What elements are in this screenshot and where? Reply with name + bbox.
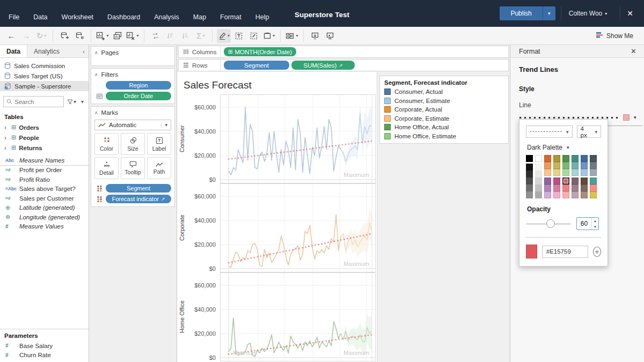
size-button[interactable]: Size	[121, 133, 145, 155]
palette-swatch[interactable]	[526, 171, 533, 178]
show-hide-cards-icon[interactable]: ▾	[285, 29, 299, 43]
table-item-orders[interactable]: › ⊞ Orders	[0, 122, 89, 132]
datasource-item[interactable]: Sales Commission	[0, 61, 89, 71]
chevron-down-icon[interactable]: ▾	[566, 129, 569, 135]
plot-area[interactable]: MinimumMaximum	[220, 272, 376, 361]
menu-map[interactable]: Map	[193, 13, 206, 21]
color-legend-card[interactable]: Segment, Forecast indicator Consumer, Ac…	[379, 76, 509, 144]
presentation-mode-icon[interactable]	[323, 29, 337, 43]
expand-icon[interactable]: ›	[4, 124, 9, 131]
view-options-button[interactable]: ▾	[79, 99, 85, 105]
field-measure-values[interactable]: # Measure Values	[0, 222, 89, 232]
palette-swatch[interactable]	[544, 169, 551, 176]
palette-swatch-selected[interactable]	[562, 178, 569, 184]
field-latitude[interactable]: ⊕ Latitude (generated)	[0, 203, 89, 213]
chevron-down-icon[interactable]: ▾	[567, 145, 569, 150]
clear-sheet-icon[interactable]: ▾	[126, 29, 140, 43]
marks-pill-segment[interactable]: Segment	[106, 184, 171, 193]
swap-axes-icon[interactable]	[149, 29, 163, 43]
columns-shelf[interactable]: Columns ⊞ MONTH(Order Date)	[178, 46, 509, 58]
palette-swatch[interactable]	[581, 162, 588, 169]
palette-swatch[interactable]	[572, 155, 579, 162]
field-profit-ratio[interactable]: =# Profit Ratio	[0, 175, 89, 184]
menu-format[interactable]: Format	[220, 13, 241, 21]
field-sales-above-target[interactable]: =Abc Sales above Target?	[0, 184, 89, 194]
search-input[interactable]	[3, 96, 64, 107]
totals-icon[interactable]: Σ▾	[194, 29, 208, 43]
user-menu[interactable]: Colten Woo ▾	[561, 6, 615, 20]
expand-icon[interactable]: ›	[4, 134, 9, 142]
parameter-base-salary[interactable]: # Base Salary	[0, 341, 89, 351]
spinner-up-icon[interactable]: ▲	[592, 218, 598, 224]
palette-swatch[interactable]	[535, 178, 542, 184]
replay-button[interactable]: ↻▾	[34, 29, 48, 43]
tab-data[interactable]: Data	[0, 45, 27, 57]
publish-label[interactable]: Publish	[500, 6, 542, 20]
fit-view-icon[interactable]: ▾	[262, 29, 276, 43]
label-button[interactable]: Label	[147, 133, 171, 155]
palette-swatch[interactable]	[535, 191, 542, 198]
publish-button[interactable]: Publish ▾	[500, 6, 555, 20]
chevron-down-icon[interactable]: ▾	[634, 115, 636, 120]
palette-swatch[interactable]	[590, 162, 597, 169]
menu-data[interactable]: Data	[33, 13, 47, 21]
opacity-spinner[interactable]: 60 ▲ ▼	[576, 217, 599, 230]
sort-descending-icon[interactable]	[179, 29, 193, 43]
menu-help[interactable]: Help	[255, 13, 269, 21]
legend-item[interactable]: Corporate, Actual	[384, 105, 504, 114]
palette-swatch[interactable]	[526, 155, 533, 162]
expand-icon[interactable]: ›	[4, 144, 9, 152]
legend-item[interactable]: Consumer, Estimate	[384, 97, 504, 106]
path-button[interactable]: Path	[147, 157, 171, 179]
palette-swatch[interactable]	[572, 178, 579, 184]
menu-dashboard[interactable]: Dashboard	[107, 13, 140, 21]
plot-area[interactable]: Maximum	[220, 183, 376, 272]
palette-swatch[interactable]	[535, 155, 542, 162]
opacity-value[interactable]: 60	[577, 218, 591, 230]
redo-button[interactable]: →	[19, 29, 33, 43]
legend-item[interactable]: Home Office, Estimate	[384, 132, 504, 141]
palette-swatch[interactable]	[572, 184, 579, 191]
palette-swatch[interactable]	[562, 191, 569, 198]
hex-color-input[interactable]	[542, 246, 588, 258]
field-measure-names[interactable]: Abc Measure Names	[0, 156, 89, 166]
marks-card[interactable]: ∧Marks Automatic ▾ Color Size Label Deta…	[91, 106, 175, 207]
palette-swatch[interactable]	[544, 178, 551, 184]
palette-swatch[interactable]	[562, 162, 569, 169]
collapse-pane-button[interactable]: ‹	[79, 45, 89, 57]
datasource-item[interactable]: Sales Target (US)	[0, 71, 89, 81]
palette-swatch[interactable]	[590, 184, 597, 191]
menu-analysis[interactable]: Analysis	[154, 13, 179, 21]
palette-swatch[interactable]	[581, 191, 588, 198]
palette-swatch[interactable]	[544, 155, 551, 162]
palette-swatch[interactable]	[553, 162, 560, 169]
show-mark-labels-icon[interactable]	[232, 29, 246, 43]
tooltip-button[interactable]: Tooltip	[121, 157, 145, 179]
palette-swatch[interactable]	[590, 178, 597, 184]
palette-swatch[interactable]	[590, 155, 597, 162]
palette-swatch[interactable]	[553, 178, 560, 184]
undo-button[interactable]: ←	[4, 29, 18, 43]
collapse-card-icon[interactable]: ∧	[94, 72, 98, 77]
add-custom-color-button[interactable]: +	[593, 247, 601, 257]
color-button[interactable]: Color	[94, 133, 119, 155]
format-workbook-icon[interactable]	[247, 29, 261, 43]
show-me-button[interactable]: Show Me	[596, 32, 640, 40]
palette-swatch[interactable]	[572, 191, 579, 198]
collapse-card-icon[interactable]: ∧	[94, 50, 98, 55]
field-profit-per-order[interactable]: =# Profit per Order	[0, 166, 89, 175]
line-pattern-select[interactable]: ▾	[526, 125, 573, 138]
palette-swatch[interactable]	[581, 184, 588, 191]
download-icon[interactable]	[308, 29, 322, 43]
search-field[interactable]	[14, 99, 52, 105]
detail-button[interactable]: Detail	[94, 157, 119, 179]
palette-swatch[interactable]	[553, 184, 560, 191]
legend-item[interactable]: Home Office, Actual	[384, 123, 504, 132]
datasource-item-selected[interactable]: Sample - Superstore	[0, 81, 89, 91]
close-window-button[interactable]: ✕	[620, 6, 639, 20]
marks-pill-forecast-indicator[interactable]: Forecast indicator↗	[106, 195, 171, 203]
palette-swatch[interactable]	[581, 155, 588, 162]
palette-swatch[interactable]	[562, 169, 569, 176]
plot-area[interactable]: Maximum	[220, 94, 376, 183]
mark-type-select[interactable]: Automatic ▾	[94, 120, 171, 130]
